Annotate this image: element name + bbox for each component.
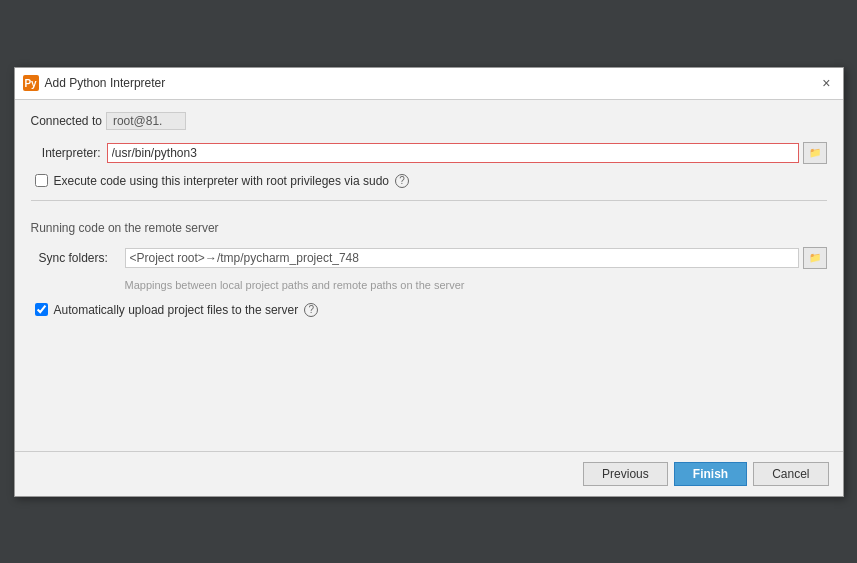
dialog-content: Connected to root@81. Interpreter: 📁 Exe… xyxy=(15,100,843,451)
add-python-interpreter-dialog: Py Add Python Interpreter × Connected to… xyxy=(14,67,844,497)
dialog-title: Add Python Interpreter xyxy=(45,76,166,90)
pycharm-icon: Py xyxy=(23,75,39,91)
sync-value-wrap: 📁 xyxy=(125,247,827,269)
previous-button[interactable]: Previous xyxy=(583,462,668,486)
close-button[interactable]: × xyxy=(818,74,834,92)
title-bar: Py Add Python Interpreter × xyxy=(15,68,843,100)
sync-value-input[interactable] xyxy=(125,248,799,268)
execute-checkbox[interactable] xyxy=(35,174,48,187)
interpreter-input[interactable] xyxy=(107,143,799,163)
running-section-header: Running code on the remote server xyxy=(31,221,827,235)
auto-upload-row: Automatically upload project files to th… xyxy=(35,303,827,317)
auto-upload-checkbox[interactable] xyxy=(35,303,48,316)
title-bar-left: Py Add Python Interpreter xyxy=(23,75,166,91)
auto-upload-help-icon[interactable]: ? xyxy=(304,303,318,317)
sync-folders-row: Sync folders: 📁 xyxy=(39,247,827,269)
auto-upload-label: Automatically upload project files to th… xyxy=(54,303,299,317)
mapping-hint: Mappings between local project paths and… xyxy=(125,279,827,291)
dialog-footer: Previous Finish Cancel xyxy=(15,451,843,496)
connected-row: Connected to root@81. xyxy=(31,112,827,130)
connected-label: Connected to xyxy=(31,114,102,128)
interpreter-input-wrap: 📁 xyxy=(107,142,827,164)
execute-checkbox-row: Execute code using this interpreter with… xyxy=(35,174,827,188)
interpreter-browse-button[interactable]: 📁 xyxy=(803,142,827,164)
interpreter-row: Interpreter: 📁 xyxy=(31,142,827,164)
finish-button[interactable]: Finish xyxy=(674,462,747,486)
cancel-button[interactable]: Cancel xyxy=(753,462,828,486)
connected-value: root@81. xyxy=(106,112,186,130)
execute-checkbox-label: Execute code using this interpreter with… xyxy=(54,174,390,188)
sync-label: Sync folders: xyxy=(39,251,119,265)
sync-browse-button[interactable]: 📁 xyxy=(803,247,827,269)
interpreter-label: Interpreter: xyxy=(31,146,101,160)
section-divider xyxy=(31,200,827,201)
execute-help-icon[interactable]: ? xyxy=(395,174,409,188)
folder-icon: 📁 xyxy=(809,147,821,158)
sync-folder-icon: 📁 xyxy=(809,252,821,263)
